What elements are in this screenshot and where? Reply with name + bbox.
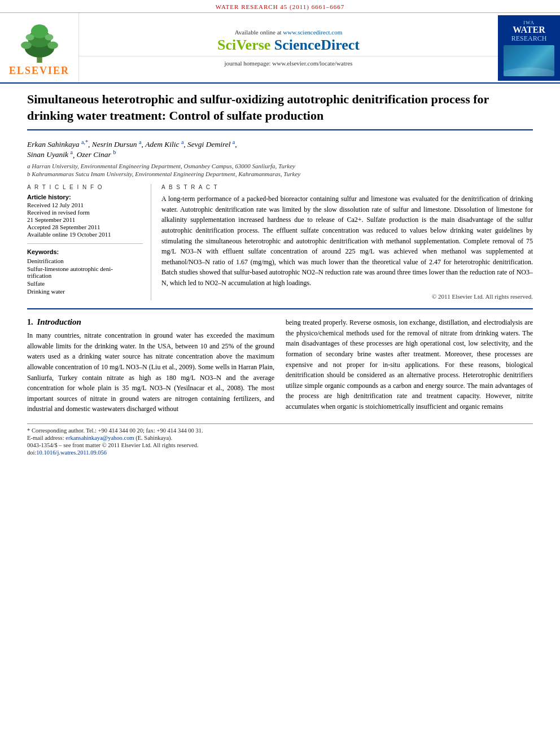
affiliation-a: a Harran University, Environmental Engin… [27, 163, 533, 169]
revised-date: 21 September 2011 [27, 216, 143, 223]
intro-paragraph-2: being treated properly. Reverse osmosis,… [286, 317, 533, 412]
iwa-label: IWA [502, 20, 555, 25]
accepted-date: Accepted 28 September 2011 [27, 224, 143, 230]
wr-logo-box: IWA WATER RESEARCH [502, 20, 555, 43]
intro-section-number: 1. Introduction [27, 317, 274, 327]
author-demirel: Sevgi Demirel a [187, 140, 235, 148]
publisher-banner: ELSEVIER Available online at www.science… [0, 13, 560, 84]
water-label: WATER [502, 25, 555, 34]
abstract-column: A B S T R A C T A long-term performance … [161, 184, 533, 300]
author-uyanik: Sinan Uyanik a [27, 150, 73, 159]
received-revised-label: Received in revised form [27, 209, 143, 216]
introduction-section: 1. Introduction In many countries, nitra… [27, 317, 533, 418]
keyword-sulfate: Sulfate [27, 280, 143, 287]
author-kilic: Adem Kilic a [145, 140, 183, 148]
main-content: Simultaneous heterotrophic and sulfur-ox… [0, 84, 560, 465]
svg-point-4 [21, 41, 32, 49]
email-link[interactable]: erkansahinkaya@yahoo.com [65, 435, 134, 441]
intro-left-column: 1. Introduction In many countries, nitra… [27, 317, 274, 418]
journal-citation: WATER RESEARCH 45 (2011) 6661–6667 [216, 3, 345, 10]
footnote-area: * Corresponding author. Tel.: +90 414 34… [27, 423, 533, 456]
research-label: RESEARCH [502, 34, 555, 43]
svg-point-5 [47, 41, 58, 49]
sciencedirect-link[interactable]: www.sciencedirect.com [283, 29, 342, 36]
authors-line: Erkan Sahinkaya a,*, Nesrin Dursun a, Ad… [27, 138, 533, 159]
journal-homepage: journal homepage: www.elsevier.com/locat… [79, 56, 498, 67]
abstract-heading: A B S T R A C T [161, 184, 533, 190]
intro-section-title: Introduction [37, 317, 81, 326]
journal-header: WATER RESEARCH 45 (2011) 6661–6667 [0, 0, 560, 13]
affiliation-b: b Kahramanmaras Sutcu Imam University, E… [27, 171, 533, 177]
keyword-drinking-water: Drinking water [27, 288, 143, 295]
keyword-denitrification: Denitrification [27, 257, 143, 264]
affiliations: a Harran University, Environmental Engin… [27, 163, 533, 177]
elsevier-logo: ELSEVIER [0, 13, 79, 82]
elsevier-label: ELSEVIER [9, 65, 69, 77]
author-cinar: Ozer Cinar b [77, 150, 116, 159]
doi-link[interactable]: 10.1016/j.watres.2011.09.056 [36, 449, 107, 456]
author-sahinkaya: Erkan Sahinkaya a,* [27, 140, 88, 148]
received-date: Received 12 July 2011 [27, 202, 143, 208]
sciverse-label: SciVerse [217, 37, 270, 53]
water-research-logo: IWA WATER RESEARCH [498, 15, 560, 81]
abstract-paragraph: A long-term performance of a packed-bed … [161, 194, 533, 288]
sciencedirect-label: ScienceDirect [274, 37, 360, 53]
article-title: Simultaneous heterotrophic and sulfur-ox… [27, 91, 533, 130]
article-info-abstract-section: A R T I C L E I N F O Article history: R… [27, 184, 533, 300]
email-note: E-mail address: erkansahinkaya@yahoo.com… [27, 435, 533, 441]
history-label: Article history: [27, 194, 143, 200]
email-attribution: (E. Sahinkaya). [135, 435, 172, 441]
info-divider [27, 243, 143, 244]
issn-note: 0043-1354/$ – see front matter © 2011 El… [27, 442, 533, 448]
author-dursun: Nesrin Dursun a [92, 140, 142, 148]
intro-paragraph-1: In many countries, nitrate concentration… [27, 330, 274, 414]
section-separator [27, 308, 533, 309]
article-info-column: A R T I C L E I N F O Article history: R… [27, 184, 151, 300]
sciencedirect-area: Available online at www.sciencedirect.co… [79, 24, 498, 71]
article-history-block: Article history: Received 12 July 2011 R… [27, 194, 143, 238]
corresponding-author-note: * Corresponding author. Tel.: +90 414 34… [27, 427, 533, 434]
intro-left-text: In many countries, nitrate concentration… [27, 330, 274, 414]
wave-decoration [504, 59, 554, 76]
article-info-heading: A R T I C L E I N F O [27, 184, 143, 190]
svg-point-7 [45, 34, 53, 40]
sciencedirect-title: SciVerse ScienceDirect [79, 37, 498, 54]
keyword-sulfur: Sulfur-limestone autotrophic deni- trifi… [27, 265, 143, 279]
abstract-text: A long-term performance of a packed-bed … [161, 194, 533, 288]
copyright-notice: © 2011 Elsevier Ltd. All rights reserved… [161, 293, 533, 300]
water-research-image [504, 45, 554, 76]
intro-right-text: being treated properly. Reverse osmosis,… [286, 317, 533, 412]
available-online-text: Available online at www.sciencedirect.co… [79, 29, 498, 36]
doi-line: doi:10.1016/j.watres.2011.09.056 [27, 449, 533, 456]
svg-point-6 [25, 34, 34, 40]
keywords-label: Keywords: [27, 248, 143, 255]
keywords-block: Keywords: Denitrification Sulfur-limesto… [27, 248, 143, 295]
intro-right-column: being treated properly. Reverse osmosis,… [286, 317, 533, 418]
available-date: Available online 19 October 2011 [27, 231, 143, 238]
elsevier-tree-icon [11, 19, 68, 64]
